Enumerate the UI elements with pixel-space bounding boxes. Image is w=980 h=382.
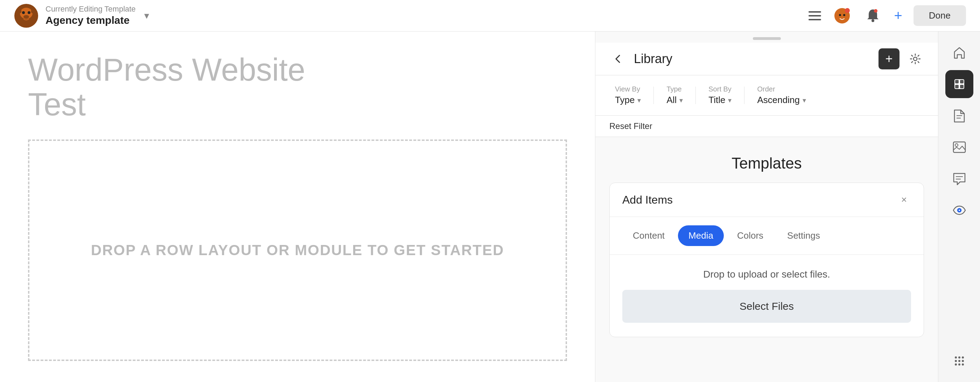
template-name: Agency template: [46, 14, 136, 27]
eye-icon-button[interactable]: [945, 196, 974, 224]
sort-by-label: Sort By: [708, 85, 732, 93]
svg-point-2: [22, 11, 25, 14]
type-filter[interactable]: Type All ▾: [661, 82, 689, 108]
library-gear-button[interactable]: [907, 50, 924, 68]
template-subtitle: Currently Editing Template: [46, 5, 136, 14]
reset-filter-button[interactable]: Reset Filter: [609, 121, 652, 131]
svg-rect-14: [955, 80, 959, 83]
chat-icon-button[interactable]: [945, 165, 974, 193]
svg-point-32: [955, 363, 957, 366]
order-filter[interactable]: Order Ascending ▾: [751, 82, 811, 108]
tab-media[interactable]: Media: [678, 225, 724, 246]
svg-rect-16: [955, 85, 959, 88]
image-icon-button[interactable]: [945, 133, 974, 161]
filter-divider-3: [744, 86, 745, 104]
library-add-icon: +: [885, 51, 892, 66]
svg-point-29: [955, 360, 957, 362]
filters-row: View By Type ▾ Type All ▾ Sort By Title: [595, 75, 938, 116]
template-icon-button[interactable]: [945, 70, 974, 98]
svg-point-21: [955, 144, 958, 147]
sort-by-chevron-icon: ▾: [728, 96, 732, 104]
svg-point-11: [874, 9, 877, 13]
canvas-page-title: WordPress Website Test: [28, 53, 567, 122]
template-title-group: Currently Editing Template Agency templa…: [46, 5, 136, 26]
svg-point-30: [958, 360, 960, 362]
filter-divider-1: [654, 86, 654, 104]
main-area: WordPress Website Test DROP A ROW LAYOUT…: [0, 32, 980, 382]
svg-point-12: [913, 57, 917, 61]
canvas-drop-text: DROP A ROW LAYOUT OR MODULE TO GET START…: [91, 242, 504, 259]
sort-by-value: Title: [708, 94, 725, 105]
svg-point-10: [872, 19, 874, 22]
type-label: Type: [667, 85, 683, 93]
type-value: All: [667, 94, 676, 105]
view-by-value: Type: [615, 94, 635, 105]
page-icon-button[interactable]: [945, 102, 974, 129]
templates-section: Templates Add Items × Content Media Colo…: [595, 137, 938, 382]
top-bar-actions: + Done: [808, 5, 966, 26]
order-value: Ascending: [757, 94, 799, 105]
svg-point-9: [843, 14, 845, 16]
view-by-filter[interactable]: View By Type ▾: [609, 82, 646, 108]
bell-icon[interactable]: [863, 6, 883, 26]
add-items-title: Add Items: [622, 193, 673, 206]
reset-filter-row: Reset Filter: [595, 116, 938, 137]
svg-point-26: [955, 356, 957, 358]
templates-heading: Templates: [595, 137, 938, 182]
order-chevron-icon: ▾: [803, 96, 806, 104]
order-label: Order: [757, 85, 806, 93]
add-items-close-button[interactable]: ×: [897, 193, 911, 207]
select-files-button[interactable]: Select Files: [622, 290, 911, 323]
svg-point-28: [962, 356, 964, 358]
svg-rect-20: [953, 142, 965, 152]
home-icon-button[interactable]: [945, 38, 974, 67]
canvas-drop-zone[interactable]: DROP A ROW LAYOUT OR MODULE TO GET START…: [28, 139, 567, 361]
title-chevron-icon[interactable]: ▾: [144, 10, 149, 21]
tab-colors[interactable]: Colors: [727, 225, 774, 246]
drag-handle-bar: [753, 37, 781, 40]
library-header: Library +: [595, 43, 938, 75]
drag-handle: [595, 32, 938, 43]
add-items-close-icon: ×: [901, 194, 907, 205]
canvas-area: WordPress Website Test DROP A ROW LAYOUT…: [0, 32, 595, 382]
library-add-button[interactable]: +: [878, 48, 899, 69]
sort-by-filter[interactable]: Sort By Title ▾: [703, 82, 737, 108]
upload-area: Drop to upload or select files. Select F…: [610, 255, 924, 337]
tab-content[interactable]: Content: [622, 225, 675, 246]
library-panel: Library + View By Type ▾: [595, 32, 938, 382]
notification-icon[interactable]: [832, 6, 852, 26]
svg-point-3: [28, 11, 30, 14]
svg-point-4: [24, 15, 29, 19]
notification-dot: [845, 8, 850, 13]
icon-strip: [938, 32, 980, 382]
svg-point-34: [962, 363, 964, 366]
view-by-chevron-icon: ▾: [637, 96, 641, 104]
add-items-header: Add Items ×: [610, 183, 924, 217]
add-items-tabs: Content Media Colors Settings: [610, 217, 924, 255]
grid-icon-button[interactable]: [945, 347, 974, 375]
svg-point-33: [958, 363, 960, 366]
tab-settings[interactable]: Settings: [776, 225, 830, 246]
library-title: Library: [634, 51, 878, 66]
top-bar: Currently Editing Template Agency templa…: [0, 0, 980, 32]
add-plus-icon[interactable]: +: [894, 8, 902, 24]
svg-point-27: [958, 356, 960, 358]
svg-rect-17: [960, 85, 964, 88]
logo: [14, 3, 38, 28]
back-button[interactable]: [609, 50, 627, 68]
svg-rect-15: [960, 80, 964, 83]
svg-point-25: [959, 209, 960, 211]
type-chevron-icon: ▾: [679, 96, 683, 104]
menu-lines-icon[interactable]: [808, 11, 821, 20]
svg-point-8: [839, 14, 841, 16]
filter-divider-2: [695, 86, 696, 104]
upload-text: Drop to upload or select files.: [703, 269, 830, 280]
add-items-panel: Add Items × Content Media Colors Setting…: [609, 182, 924, 337]
svg-point-31: [962, 360, 964, 362]
view-by-label: View By: [615, 85, 641, 93]
done-button[interactable]: Done: [913, 5, 966, 26]
